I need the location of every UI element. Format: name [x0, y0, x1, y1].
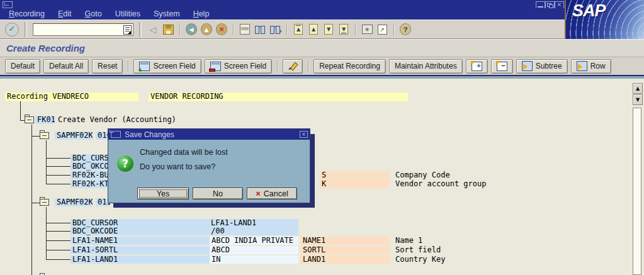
field-name-cell[interactable]: BDC_CURSOR	[71, 219, 210, 227]
question-icon	[116, 154, 135, 173]
scrollbar-thumb[interactable]	[633, 108, 641, 275]
save-icon[interactable]	[162, 24, 174, 35]
scroll-down-button[interactable]: ▼	[633, 94, 643, 105]
dialog-shadow	[113, 203, 315, 208]
subtree-button[interactable]: Subtree	[516, 59, 568, 74]
next-page-icon[interactable]: ▼	[323, 24, 334, 35]
sap-logo: SAP	[572, 1, 606, 21]
menu-edit[interactable]: Edit	[58, 9, 72, 18]
default-all-button[interactable]: Default All	[43, 59, 89, 74]
save-changes-dialog: Save Changes Changed data will be lost D…	[108, 129, 310, 203]
yes-button[interactable]: Yes	[137, 188, 189, 199]
command-list-icon[interactable]	[123, 25, 132, 35]
toolbar-groove	[139, 22, 142, 37]
enter-icon[interactable]: ✓	[5, 23, 19, 36]
field-name-cell[interactable]: LFA1-LAND1	[71, 255, 210, 264]
dialog-window-icon	[111, 131, 121, 138]
expand-node-button[interactable]	[466, 59, 488, 74]
page-title: Create Recording	[6, 43, 85, 53]
create-session-icon[interactable]: ✳	[361, 24, 373, 35]
folder-icon[interactable]	[40, 199, 49, 206]
help-icon[interactable]: ?	[400, 24, 411, 35]
row-icon	[577, 61, 587, 71]
maintain-attributes-button[interactable]: Maintain Attributes	[389, 59, 463, 74]
transaction-code-cell[interactable]: FK01	[35, 116, 55, 124]
cancel-icon[interactable]: ×	[216, 24, 227, 35]
field-name-cell[interactable]: BDC_OKCODE	[71, 227, 210, 235]
field-label: Country Key	[395, 255, 445, 264]
repeat-recording-button[interactable]: Repeat Recording	[314, 59, 386, 74]
field-value-cell[interactable]: ABCD	[210, 246, 298, 254]
red-x-icon: ×	[256, 189, 261, 198]
field-value-cell[interactable]: LFA1-LAND1	[209, 219, 298, 227]
field-name-cell[interactable]: RF02K-KT	[71, 180, 109, 188]
print-icon[interactable]	[239, 24, 251, 35]
recording-description-cell[interactable]: VENDOR RECORDING	[149, 93, 408, 101]
back-triangle-icon[interactable]: ◁	[147, 24, 159, 35]
field-label: Vendor account group	[395, 180, 487, 188]
find-next-icon[interactable]: +	[269, 24, 281, 35]
window-titlebar	[0, 0, 644, 8]
screen-program-cell[interactable]: SAPMF02K	[55, 198, 93, 206]
dialog-shadow	[310, 134, 315, 208]
sap-gui-window: Recording Edit Goto Utilities System Hel…	[0, 0, 644, 275]
field-name-cell[interactable]: BDC_OKCO	[71, 162, 109, 171]
command-input[interactable]	[33, 25, 123, 34]
title-row: Create Recording	[0, 39, 644, 57]
field-column-cell[interactable]: SORTL	[301, 246, 390, 254]
field-name-cell[interactable]: LFA1-SORTL	[71, 246, 210, 254]
recording-name-cell[interactable]: Recording VENDRECO	[5, 93, 138, 101]
field-column-cell[interactable]: NAME1	[301, 237, 390, 245]
dialog-titlebar[interactable]: Save Changes	[108, 129, 310, 140]
edit-button[interactable]	[283, 59, 303, 74]
folder-icon[interactable]	[25, 116, 34, 123]
field-value-cell[interactable]: /00	[209, 227, 298, 235]
field-label: Name 1	[395, 237, 422, 245]
create-shortcut-icon[interactable]: ↗	[376, 24, 388, 35]
menu-help[interactable]: Help	[193, 9, 210, 18]
first-page-icon[interactable]: ▲	[293, 24, 304, 35]
remove-screen-field-icon	[210, 62, 221, 71]
field-name-cell[interactable]: LFA1-NAME1	[71, 237, 210, 245]
field-name-cell[interactable]: RF02K-BU	[71, 171, 109, 179]
sap-branding-panel: SAP	[565, 0, 644, 39]
last-page-icon[interactable]: ▼	[338, 24, 349, 35]
folder-icon[interactable]	[40, 132, 49, 139]
subtree-icon	[522, 61, 533, 71]
exit-icon[interactable]: ▲	[201, 24, 212, 35]
collapse-node-icon	[497, 62, 507, 71]
transaction-title: Create Vendor (Accounting)	[58, 116, 176, 124]
menu-utilities[interactable]: Utilities	[115, 9, 140, 18]
no-button[interactable]: No	[193, 188, 243, 199]
add-screen-field-icon	[139, 62, 150, 71]
field-label: Sort field	[395, 246, 441, 254]
menu-system[interactable]: System	[154, 9, 180, 18]
previous-page-icon[interactable]: ▲	[308, 24, 319, 35]
scroll-up-button[interactable]: ▲	[633, 83, 643, 94]
field-value-cell[interactable]: ABCD INDIA PRIVATE L	[210, 237, 298, 245]
default-button[interactable]: Default	[5, 59, 40, 74]
application-toolbar: Default Default All Reset Screen Field S…	[0, 57, 644, 75]
remove-screen-field-button[interactable]: Screen Field	[205, 59, 272, 74]
screen-program-cell[interactable]: SAPMF02K	[55, 132, 93, 140]
menu-recording[interactable]: Recording	[9, 9, 45, 18]
field-value-cell[interactable]: IN	[210, 255, 298, 264]
toolbar-groove	[25, 22, 27, 37]
back-icon[interactable]: ◀	[186, 24, 197, 35]
system-menu-icon[interactable]	[3, 1, 13, 8]
field-name-cell[interactable]: BDC_CURS	[71, 154, 109, 162]
collapse-node-button[interactable]	[491, 59, 513, 74]
field-column-cell[interactable]: K	[320, 180, 389, 188]
find-icon[interactable]	[254, 24, 266, 35]
reset-button[interactable]: Reset	[92, 59, 123, 74]
dialog-title: Save Changes	[125, 130, 174, 139]
cancel-button[interactable]: ×Cancel	[247, 188, 297, 199]
field-column-cell[interactable]: S	[320, 171, 389, 179]
dialog-close-icon[interactable]	[300, 131, 308, 138]
add-screen-field-button[interactable]: Screen Field	[133, 59, 201, 74]
command-field	[33, 23, 133, 36]
menu-goto[interactable]: Goto	[85, 9, 102, 18]
row-button[interactable]: Row	[571, 59, 611, 74]
field-label: Company Code	[395, 171, 450, 179]
field-column-cell[interactable]: LAND1	[301, 255, 390, 264]
